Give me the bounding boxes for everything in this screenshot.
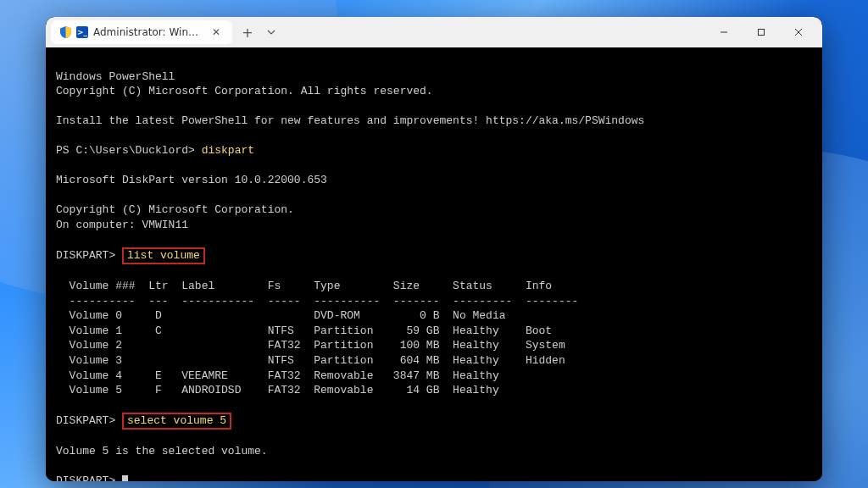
tab-bar: >_ Administrator: Windows Powe ✕ + <box>46 17 822 47</box>
copyright-line: Copyright (C) Microsoft Corporation. <box>56 203 294 216</box>
table-row: Volume 1 C NTFS Partition 59 GB Healthy … <box>56 324 552 337</box>
command-list-volume: list volume <box>127 249 200 262</box>
powershell-icon: >_ <box>76 26 88 38</box>
banner-line: Copyright (C) Microsoft Corporation. All… <box>56 85 433 97</box>
diskpart-version: Microsoft DiskPart version 10.0.22000.65… <box>56 174 327 186</box>
table-row: Volume 4 E VEEAMRE FAT32 Removable 3847 … <box>56 369 499 382</box>
table-header: Volume ### Ltr Label Fs Type Size Status… <box>56 280 552 292</box>
tab-powershell[interactable]: >_ Administrator: Windows Powe ✕ <box>51 20 232 44</box>
window-controls <box>705 17 817 47</box>
computer-line: On computer: VMWIN11 <box>56 219 188 231</box>
prompt-line: PS C:\Users\Ducklord> diskpart <box>56 144 254 157</box>
prompt-line: DISKPART> list volume <box>56 249 205 262</box>
terminal-output[interactable]: Windows PowerShell Copyright (C) Microso… <box>46 47 822 481</box>
selected-message: Volume 5 is the selected volume. <box>56 445 268 458</box>
highlighted-command: list volume <box>122 247 205 264</box>
svg-rect-1 <box>759 30 765 36</box>
prompt-line: DISKPART> select volume 5 <box>56 414 231 427</box>
admin-shield-icon <box>59 26 71 38</box>
table-divider: ---------- --- ----------- ----- -------… <box>56 295 578 308</box>
prompt-line: DISKPART> <box>56 474 128 481</box>
cursor <box>122 475 128 481</box>
new-tab-button[interactable]: + <box>236 20 259 44</box>
table-row: Volume 3 NTFS Partition 604 MB Healthy H… <box>56 354 565 367</box>
highlighted-command: select volume 5 <box>122 413 231 430</box>
command-diskpart: diskpart <box>202 144 254 157</box>
table-row: Volume 2 FAT32 Partition 100 MB Healthy … <box>56 339 565 352</box>
maximize-button[interactable] <box>743 17 780 47</box>
tab-title: Administrator: Windows Powe <box>93 26 203 38</box>
install-message: Install the latest PowerShell for new fe… <box>56 114 644 127</box>
table-row: Volume 0 D DVD-ROM 0 B No Media <box>56 309 506 322</box>
table-row: Volume 5 F ANDROIDSD FAT32 Removable 14 … <box>56 384 499 396</box>
command-select-volume: select volume 5 <box>127 414 226 427</box>
minimize-button[interactable] <box>705 17 743 47</box>
close-window-button[interactable] <box>780 17 817 47</box>
close-tab-button[interactable]: ✕ <box>209 25 224 40</box>
banner-line: Windows PowerShell <box>56 70 175 83</box>
terminal-window: >_ Administrator: Windows Powe ✕ + Windo… <box>46 17 822 481</box>
tab-dropdown-button[interactable] <box>259 20 283 44</box>
